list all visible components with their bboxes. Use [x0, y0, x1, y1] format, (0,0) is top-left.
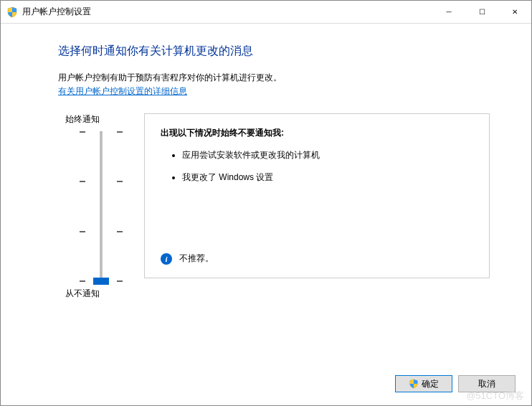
page-heading: 选择何时通知你有关计算机更改的消息 [58, 44, 490, 59]
slider-column: 始终通知 从不通知 [58, 113, 144, 300]
window-controls: ─ ☐ ✕ [432, 1, 531, 23]
slider-bottom-label: 从不通知 [65, 288, 100, 300]
info-title: 出现以下情况时始终不要通知我: [161, 127, 473, 139]
ok-button-label: 确定 [422, 378, 439, 390]
recommendation-row: i 不推荐。 [161, 252, 214, 265]
list-item: 我更改了 Windows 设置 [182, 171, 473, 184]
titlebar: 用户帐户控制设置 ─ ☐ ✕ [1, 1, 531, 24]
close-button[interactable]: ✕ [498, 1, 531, 23]
info-panel: 出现以下情况时始终不要通知我: 应用尝试安装软件或更改我的计算机 我更改了 Wi… [144, 113, 490, 278]
list-item: 应用尝试安装软件或更改我的计算机 [182, 149, 473, 161]
slider-track-line [100, 131, 103, 282]
bullet-list: 应用尝试安装软件或更改我的计算机 我更改了 Windows 设置 [161, 149, 473, 184]
maximize-button[interactable]: ☐ [465, 1, 498, 23]
watermark-text: @51CTO博客 [466, 390, 524, 402]
info-icon: i [161, 253, 172, 265]
ok-button[interactable]: 确定 [395, 375, 452, 392]
window-title: 用户帐户控制设置 [22, 6, 91, 18]
cancel-button-label: 取消 [478, 378, 495, 390]
slider-top-label: 始终通知 [65, 113, 100, 126]
content-area: 选择何时通知你有关计算机更改的消息 用户帐户控制有助于预防有害程序对你的计算机进… [1, 24, 531, 300]
minimize-button[interactable]: ─ [432, 1, 465, 23]
help-link[interactable]: 有关用户帐户控制设置的详细信息 [58, 86, 187, 96]
shield-icon [6, 6, 18, 18]
shield-icon [409, 379, 419, 389]
recommendation-text: 不推荐。 [179, 252, 214, 265]
main-area: 始终通知 从不通知 出现以下情况时始终不要通知我: 应用尝试安装软件或更改我的计… [58, 113, 490, 300]
slider-thumb[interactable] [93, 278, 109, 285]
uac-settings-window: 用户帐户控制设置 ─ ☐ ✕ 选择何时通知你有关计算机更改的消息 用户帐户控制有… [0, 0, 532, 406]
description-text: 用户帐户控制有助于预防有害程序对你的计算机进行更改。 [58, 72, 490, 84]
notification-slider[interactable] [80, 131, 123, 282]
